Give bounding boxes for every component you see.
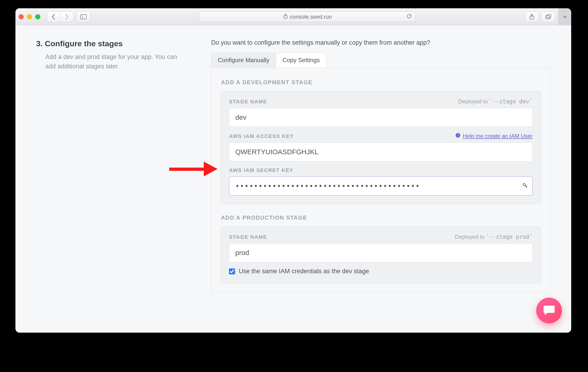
tabs-overview-button[interactable] <box>542 11 555 22</box>
share-button[interactable] <box>525 11 538 22</box>
prod-stage-name-label: STAGE NAME <box>229 234 267 240</box>
info-icon <box>455 133 461 139</box>
password-reveal-button[interactable] <box>522 183 527 189</box>
address-bar-host: console.seed.run <box>290 14 332 20</box>
svg-rect-5 <box>546 16 550 19</box>
prod-deployed-to-prefix: Deployed to <box>455 234 486 240</box>
dev-stage-name-label: STAGE NAME <box>229 99 267 105</box>
browser-toolbar: console.seed.run ＋ <box>15 8 571 25</box>
step-title: 3. Configure the stages <box>36 39 202 48</box>
prod-deployed-to-hint: Deployed to `--stage prod` <box>455 234 533 240</box>
svg-rect-8 <box>458 134 458 134</box>
svg-rect-7 <box>458 135 458 137</box>
prod-stage-card: STAGE NAME Deployed to `--stage prod` Us… <box>220 227 541 283</box>
prod-deployed-to-code: `--stage prod` <box>486 234 533 240</box>
configure-manually-panel: ADD A DEVELOPMENT STAGE STAGE NAME Deplo… <box>211 67 550 293</box>
nav-back-button[interactable] <box>47 11 60 22</box>
help-create-iam-user-link[interactable]: Help me create an IAM User <box>455 133 533 139</box>
reload-button[interactable] <box>406 13 412 20</box>
same-iam-label: Use the same IAM credentials as the dev … <box>239 268 369 275</box>
sidebar-toggle-button[interactable] <box>77 11 90 22</box>
dev-secret-key-label: AWS IAM SECRET KEY <box>229 167 293 173</box>
safari-window: console.seed.run ＋ 3. Configure the stag… <box>15 8 571 333</box>
step-subtitle: Add a dev and prod stage for your app. Y… <box>36 52 183 71</box>
window-minimize-button[interactable] <box>27 14 32 19</box>
new-tab-button[interactable]: ＋ <box>558 8 571 25</box>
svg-rect-2 <box>284 16 287 18</box>
dev-stage-card: STAGE NAME Deployed to `--stage dev` AWS… <box>220 91 541 204</box>
dev-section-heading: ADD A DEVELOPMENT STAGE <box>221 79 541 86</box>
prompt-text: Do you want to configure the settings ma… <box>211 39 550 46</box>
window-close-button[interactable] <box>19 14 24 19</box>
prod-section-heading: ADD A PRODUCTION STAGE <box>221 215 541 221</box>
lock-icon <box>284 14 288 20</box>
window-controls <box>19 14 40 19</box>
same-iam-checkbox[interactable] <box>229 269 235 274</box>
dev-access-key-label: AWS IAM ACCESS KEY <box>229 133 294 139</box>
config-tabs: Configure Manually Copy Settings <box>211 53 550 68</box>
page-content: 3. Configure the stages Add a dev and pr… <box>15 25 571 293</box>
svg-rect-0 <box>80 14 86 19</box>
svg-rect-4 <box>547 14 551 18</box>
dev-deployed-to-hint: Deployed to `--stage dev` <box>458 98 533 105</box>
chat-fab[interactable] <box>536 298 562 323</box>
tab-copy-settings[interactable]: Copy Settings <box>276 53 326 68</box>
dev-access-key-input[interactable] <box>229 143 533 161</box>
dev-stage-name-input[interactable] <box>229 108 533 127</box>
chat-icon <box>542 303 556 318</box>
window-zoom-button[interactable] <box>35 14 40 19</box>
dev-deployed-to-prefix: Deployed to <box>458 98 489 104</box>
help-create-iam-user-label: Help me create an IAM User <box>463 133 533 139</box>
dev-secret-key-input[interactable] <box>229 176 533 196</box>
nav-forward-button[interactable] <box>60 11 74 22</box>
nav-back-forward-group <box>47 11 74 22</box>
tab-configure-manually[interactable]: Configure Manually <box>211 53 276 68</box>
address-bar[interactable]: console.seed.run <box>199 11 416 22</box>
dev-deployed-to-code: `--stage dev` <box>489 98 533 105</box>
prod-stage-name-input[interactable] <box>229 243 533 262</box>
